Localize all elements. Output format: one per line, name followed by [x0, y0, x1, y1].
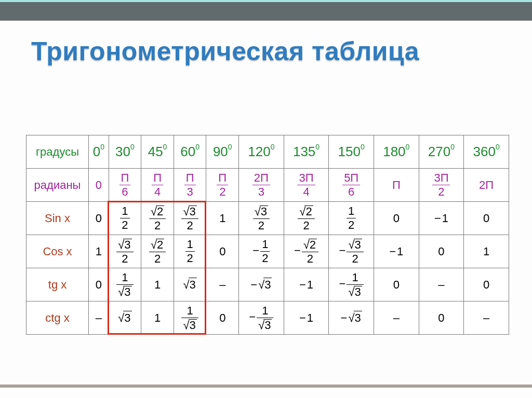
sin-270: −1: [419, 202, 464, 235]
ctg-30: 3: [109, 301, 141, 335]
cos-90: 0: [206, 235, 239, 268]
ctg-45: 1: [141, 301, 174, 335]
rad-120: 2П3: [239, 169, 284, 202]
sin-360: 0: [464, 202, 509, 235]
ctg-60: 13: [174, 301, 206, 335]
tg-45: 1: [141, 268, 174, 301]
trig-table: градусы 00 300 450 600 900 1200 1350 150…: [26, 135, 509, 335]
tg-0: 0: [89, 268, 109, 301]
ctg-270: 0: [419, 301, 464, 335]
rad-45: П4: [141, 169, 174, 202]
cos-270: 0: [419, 235, 464, 268]
tg-90: –: [206, 268, 239, 301]
cos-60: 12: [174, 235, 206, 268]
ctg-135: −1: [284, 301, 329, 335]
cos-180: −1: [374, 235, 419, 268]
row-degrees: градусы 00 300 450 600 900 1200 1350 150…: [26, 135, 509, 169]
rad-60: П3: [174, 169, 206, 202]
rad-360: 2П: [464, 169, 509, 202]
cos-150: −32: [329, 235, 374, 268]
tg-60: 3: [174, 268, 206, 301]
rad-135: 3П4: [284, 169, 329, 202]
rad-150: 5П6: [329, 169, 374, 202]
tg-30: 13: [109, 268, 141, 301]
page-title: Тригонометрическая таблица: [31, 36, 511, 66]
ctg-180: –: [374, 301, 419, 335]
deg-30: 300: [109, 135, 141, 169]
ctg-90: 0: [206, 301, 239, 335]
hdr-radians: радианы: [26, 169, 89, 202]
tg-180: 0: [374, 268, 419, 301]
row-tg: tg x 0 13 1 3 – −3 −1 −13 0 – 0: [26, 268, 509, 301]
trig-table-wrap: градусы 00 300 450 600 900 1200 1350 150…: [26, 135, 509, 335]
row-radians: радианы 0 П6 П4 П3 П2 2П3 3П4 5П6 П 3П2 …: [26, 169, 509, 202]
sin-60: 32: [174, 202, 206, 235]
sin-0: 0: [89, 202, 109, 235]
ctg-360: –: [464, 301, 509, 335]
ctg-120: −13: [239, 301, 284, 335]
deg-60: 600: [174, 135, 206, 169]
sin-90: 1: [206, 202, 239, 235]
bottom-bar: [0, 385, 532, 388]
sin-30: 12: [109, 202, 141, 235]
hdr-ctg: ctg x: [26, 301, 89, 335]
row-ctg: ctg x – 3 1 13 0 −13 −1 −3 – 0 –: [26, 301, 509, 335]
deg-135: 1350: [284, 135, 329, 169]
deg-270: 2700: [419, 135, 464, 169]
ctg-150: −3: [329, 301, 374, 335]
rad-0: 0: [89, 169, 109, 202]
sin-45: 22: [141, 202, 174, 235]
deg-45: 450: [141, 135, 174, 169]
deg-120: 1200: [239, 135, 284, 169]
ctg-0: –: [89, 301, 109, 335]
top-bar: [0, 0, 532, 21]
row-sin: Sin x 0 12 22 32 1 32 22 12 0 −1 0: [26, 202, 509, 235]
deg-0: 00: [89, 135, 109, 169]
sin-150: 12: [329, 202, 374, 235]
hdr-tg: tg x: [26, 268, 89, 301]
cos-0: 1: [89, 235, 109, 268]
tg-120: −3: [239, 268, 284, 301]
deg-150: 1500: [329, 135, 374, 169]
deg-360: 3600: [464, 135, 509, 169]
deg-90: 900: [206, 135, 239, 169]
sin-180: 0: [374, 202, 419, 235]
rad-180: П: [374, 169, 419, 202]
cos-120: −12: [239, 235, 284, 268]
tg-270: –: [419, 268, 464, 301]
cos-45: 22: [141, 235, 174, 268]
row-cos: Cos x 1 32 22 12 0 −12 −22 −32 −1 0 1: [26, 235, 509, 268]
sin-120: 32: [239, 202, 284, 235]
cos-135: −22: [284, 235, 329, 268]
hdr-sin: Sin x: [26, 202, 89, 235]
rad-90: П2: [206, 169, 239, 202]
rad-30: П6: [109, 169, 141, 202]
tg-360: 0: [464, 268, 509, 301]
cos-30: 32: [109, 235, 141, 268]
tg-135: −1: [284, 268, 329, 301]
cos-360: 1: [464, 235, 509, 268]
deg-180: 1800: [374, 135, 419, 169]
hdr-degrees: градусы: [26, 135, 89, 169]
hdr-cos: Cos x: [26, 235, 89, 268]
rad-270: 3П2: [419, 169, 464, 202]
sin-135: 22: [284, 202, 329, 235]
tg-150: −13: [329, 268, 374, 301]
